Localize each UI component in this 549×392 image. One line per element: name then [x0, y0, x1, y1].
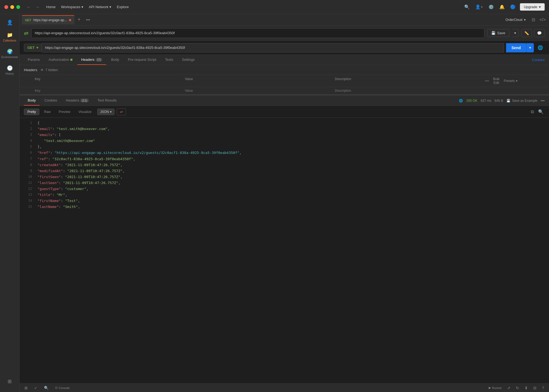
value-input[interactable] [185, 89, 335, 93]
save-button[interactable]: 💾 Save [487, 29, 509, 37]
send-dropdown-button[interactable]: ▾ [526, 43, 534, 52]
more-actions-icon[interactable]: ••• [485, 79, 489, 83]
table-actions: ••• Bulk Edit Presets ▾ [485, 77, 518, 85]
col-description: Description [335, 77, 485, 85]
copy-button[interactable]: ⧉ [530, 108, 535, 115]
code-line-4: 4 "test.smith@boxever.com" [20, 138, 549, 144]
tab-authorization[interactable]: Authorization [45, 55, 76, 65]
refresh-icon-btn[interactable]: ↻ [514, 385, 521, 391]
bulk-edit-button[interactable]: Bulk Edit [491, 77, 502, 85]
sidebar-item-user[interactable]: 👤 [2, 17, 18, 28]
console-button[interactable]: ⊡ Console [53, 385, 71, 390]
res-tab-test-results[interactable]: Test Results [94, 96, 121, 106]
nav-api-network[interactable]: API Network ▾ [89, 5, 111, 9]
new-tab-button[interactable]: + [75, 16, 83, 24]
tab-pre-request-script[interactable]: Pre-request Script [124, 55, 160, 65]
method-selector[interactable]: GET ▾ [24, 44, 42, 52]
tab-body[interactable]: Body [107, 55, 123, 65]
play-icon: ▶ [489, 386, 491, 390]
chevron-down-icon: ▾ [539, 5, 541, 9]
titlebar-icons: 🔍 👤+ ⚙️ 🔔 🔵 Upgrade ▾ [463, 3, 545, 11]
send-button[interactable]: Send [506, 43, 526, 52]
nav-explore[interactable]: Explore [117, 5, 129, 9]
fmt-tab-raw[interactable]: Raw [40, 109, 54, 115]
collections-icon: 📁 [7, 32, 13, 38]
layout-bottom-btn[interactable]: ⊟ [532, 385, 538, 391]
more-tabs-button[interactable]: ••• [84, 17, 92, 23]
format-bar: Pretty Raw Preview Visualize JSON ▾ ⇌ ⧉ … [20, 106, 549, 118]
res-tab-cookies[interactable]: Cookies [41, 96, 61, 106]
search-bottom-btn[interactable]: 🔍 [42, 385, 50, 391]
format-tabs: Pretty Raw Preview Visualize [24, 109, 95, 115]
status-badge: 200 OK [466, 99, 477, 103]
layout-icon-btn[interactable]: ⊟ [531, 16, 536, 23]
request-url-input[interactable] [42, 43, 504, 52]
tab-bar: GET https://api-engage-ap... + ••• Order… [20, 14, 549, 26]
runner-button[interactable]: ▶ Runner [487, 385, 503, 390]
json-format-selector[interactable]: JSON ▾ [97, 109, 115, 115]
search-response-button[interactable]: 🔍 [537, 108, 545, 115]
request-tab[interactable]: GET https://api-engage-ap... [22, 15, 74, 24]
res-tab-headers[interactable]: Headers (11) [62, 96, 93, 106]
href-link[interactable]: "https://api-engage-ap.sitecorecloud.io/… [55, 151, 239, 155]
user-icon-btn[interactable]: 👤+ [474, 3, 484, 11]
console-icon: ⊡ [55, 386, 58, 390]
nav-workspaces[interactable]: Workspaces ▾ [61, 5, 83, 9]
sidebar-item-snippets[interactable]: ⊞ [2, 376, 18, 387]
cookies-link[interactable]: Cookies [532, 58, 545, 62]
maximize-button[interactable] [16, 5, 20, 9]
tab-bar-right: OrderCloud ▾ ⊟ </> [503, 16, 547, 23]
code-icon-btn[interactable]: </> [538, 16, 547, 23]
sidebar: 👤 📁 Collections 🌍 Environments 🕐 History… [0, 14, 20, 392]
forward-button[interactable]: → [34, 4, 41, 11]
help-btn[interactable]: ? [540, 385, 546, 391]
key-input[interactable] [35, 89, 185, 93]
sidebar-item-environments[interactable]: 🌍 Environments [2, 46, 18, 61]
search-icon-btn[interactable]: 🔍 [463, 3, 471, 11]
sidebar-item-history[interactable]: 🕐 History [2, 63, 18, 77]
status-bar-btn[interactable]: ⊞ [23, 385, 29, 391]
code-line-1: 1 { [20, 120, 549, 126]
code-line-11: 11 "lastSeen": "2021-11-09T10:47:26.757Z… [20, 180, 549, 186]
description-input[interactable] [335, 89, 485, 93]
fmt-tab-preview[interactable]: Preview [55, 109, 74, 115]
tab-tests[interactable]: Tests [161, 55, 177, 65]
response-more-button[interactable]: ••• [541, 99, 545, 103]
comment-icon-btn[interactable]: 💬 [534, 29, 545, 37]
link-icon-btn[interactable]: ⇗ [506, 385, 512, 391]
save-example-button[interactable]: 💾 Save as Example [506, 99, 537, 103]
fmt-tab-visualize[interactable]: Visualize [75, 109, 95, 115]
url-input-wrapper[interactable] [31, 28, 484, 38]
notifications-icon-btn[interactable]: 🔔 [498, 3, 506, 11]
nav-home[interactable]: Home [46, 5, 56, 9]
word-wrap-button[interactable]: ⇌ [117, 108, 126, 115]
upgrade-button[interactable]: Upgrade ▾ [520, 3, 545, 11]
postman-icon-btn[interactable]: 🔵 [509, 3, 517, 11]
snippets-icon: ⊞ [8, 378, 12, 384]
close-button[interactable] [4, 5, 8, 9]
globe-icon-btn[interactable]: 🌐 [536, 43, 545, 52]
response-time: 637 ms [481, 99, 491, 103]
presets-button[interactable]: Presets ▾ [504, 79, 518, 83]
tab-params[interactable]: Params [24, 55, 44, 65]
save-dropdown-button[interactable]: ▾ [512, 29, 519, 37]
edit-icon-btn[interactable]: ✏️ [521, 29, 532, 37]
fmt-tab-pretty[interactable]: Pretty [24, 109, 39, 115]
tab-settings[interactable]: Settings [178, 55, 198, 65]
traffic-lights [4, 5, 20, 9]
minimize-button[interactable] [10, 5, 14, 9]
headers-table-header: Key Value Description ••• Bulk Edit Pres… [20, 75, 549, 87]
tab-headers[interactable]: Headers (7) [77, 55, 106, 65]
res-tab-body[interactable]: Body [24, 96, 40, 106]
download-icon-btn[interactable]: ⬇ [523, 385, 529, 391]
back-button[interactable]: ← [26, 4, 32, 11]
tab-method: GET [25, 18, 31, 22]
checkmark-btn[interactable]: ✓ [33, 385, 39, 391]
code-line-8: 8 "createdAt": "2021-11-09T10:47:26.757Z… [20, 162, 549, 168]
workspace-selector[interactable]: OrderCloud ▾ [503, 17, 528, 23]
settings-icon-btn[interactable]: ⚙️ [487, 3, 495, 11]
hidden-headers-toggle[interactable]: 👁 7 hidden [40, 68, 58, 72]
chevron-down-icon: ▾ [36, 46, 38, 50]
sidebar-item-collections[interactable]: 📁 Collections [2, 30, 18, 44]
col-key: Key [35, 77, 185, 85]
